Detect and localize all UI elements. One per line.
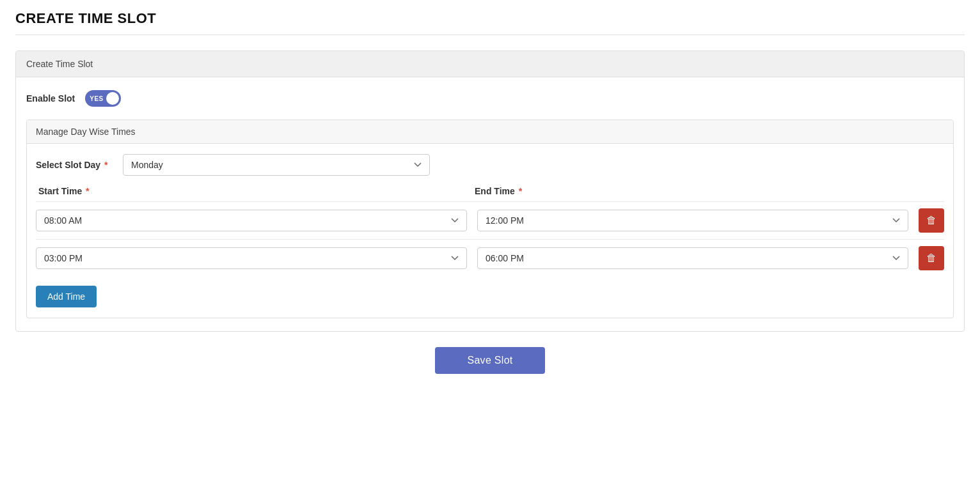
required-star-start: * xyxy=(83,186,89,196)
time-headers: Start Time * End Time * xyxy=(36,186,944,196)
save-slot-button[interactable]: Save Slot xyxy=(435,347,544,374)
trash-icon-1: 🗑 xyxy=(926,215,937,226)
main-card: Create Time Slot Enable Slot YES Manage … xyxy=(15,50,965,332)
card-body: Enable Slot YES Manage Day Wise Times Se… xyxy=(16,77,964,331)
required-star-day: * xyxy=(102,160,107,170)
time-row-2: 03:00 PM 12:00 AM 08:00 AM 09:00 AM 12:0… xyxy=(36,239,944,277)
time-row-1: 08:00 AM 12:00 AM 12:30 AM 01:00 AM 06:0… xyxy=(36,201,944,239)
trash-icon-2: 🗑 xyxy=(926,252,937,264)
start-time-header: Start Time * xyxy=(36,186,462,196)
end-time-header: End Time * xyxy=(472,186,898,196)
toggle-thumb xyxy=(106,92,119,105)
select-slot-day-label: Select Slot Day * xyxy=(36,160,113,170)
delete-time-row-1-button[interactable]: 🗑 xyxy=(919,208,944,233)
header-divider xyxy=(15,35,965,35)
delete-time-row-2-button[interactable]: 🗑 xyxy=(919,246,944,270)
start-time-select-2[interactable]: 03:00 PM 12:00 AM 08:00 AM 09:00 AM 12:0… xyxy=(36,247,467,269)
end-time-select-1[interactable]: 12:00 PM 12:00 AM 01:00 AM 08:00 AM 09:0… xyxy=(477,210,908,231)
inner-card-header: Manage Day Wise Times xyxy=(27,120,953,144)
enable-slot-label: Enable Slot xyxy=(26,93,75,104)
enable-slot-row: Enable Slot YES xyxy=(26,90,954,107)
card-header: Create Time Slot xyxy=(16,51,964,77)
toggle-track[interactable]: YES xyxy=(85,90,121,107)
select-slot-day-row: Select Slot Day * Monday Tuesday Wednesd… xyxy=(36,154,944,176)
inner-card-body: Select Slot Day * Monday Tuesday Wednesd… xyxy=(27,144,953,318)
start-time-select-1[interactable]: 08:00 AM 12:00 AM 12:30 AM 01:00 AM 06:0… xyxy=(36,210,467,231)
enable-slot-toggle[interactable]: YES xyxy=(85,90,121,107)
add-time-button[interactable]: Add Time xyxy=(36,286,97,307)
toggle-yes-label: YES xyxy=(90,95,104,102)
save-section: Save Slot xyxy=(15,347,965,374)
select-slot-day-dropdown[interactable]: Monday Tuesday Wednesday Thursday Friday… xyxy=(123,154,430,176)
page-title: CREATE TIME SLOT xyxy=(15,10,965,27)
required-star-end: * xyxy=(516,186,522,196)
manage-day-wise-times-card: Manage Day Wise Times Select Slot Day * … xyxy=(26,120,954,318)
end-time-select-2[interactable]: 06:00 PM 12:00 AM 08:00 AM 12:00 PM 03:0… xyxy=(477,247,908,269)
